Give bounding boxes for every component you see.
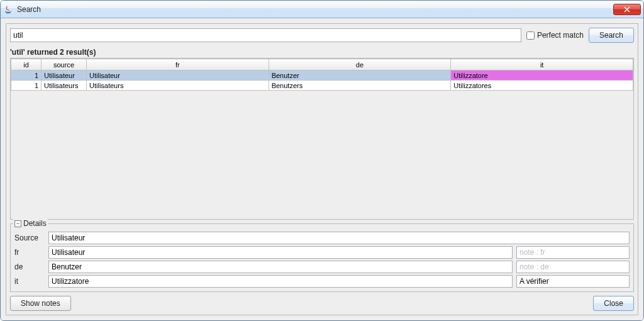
cell-it: Utilizzatore: [451, 70, 633, 81]
client-area: Perfect match Search 'util' returned 2 r…: [1, 18, 643, 320]
table-header-row: id source fr de it: [11, 59, 633, 70]
show-notes-button[interactable]: Show notes: [10, 296, 71, 311]
main-panel: Perfect match Search 'util' returned 2 r…: [6, 23, 638, 315]
perfect-match-checkbox[interactable]: Perfect match: [526, 31, 584, 40]
java-icon: [3, 4, 13, 14]
col-header-source[interactable]: source: [42, 59, 87, 70]
titlebar: Search: [1, 1, 643, 18]
col-header-de[interactable]: de: [269, 59, 451, 70]
cell-source: Utilisateurs: [42, 81, 87, 91]
window-title: Search: [17, 5, 41, 14]
details-title: Details: [23, 219, 47, 228]
details-grid: Source fr de it: [14, 232, 630, 288]
close-icon: [624, 6, 630, 13]
cell-id: 1: [11, 70, 42, 81]
details-header: − Details: [13, 219, 48, 228]
results-status: 'util' returned 2 result(s): [10, 48, 634, 57]
bottom-row: Show notes Close: [10, 296, 634, 311]
label-source: Source: [14, 234, 45, 242]
field-it[interactable]: [48, 275, 513, 288]
details-panel: − Details Source fr de it: [10, 223, 634, 292]
results-table-container: id source fr de it 1UtilisateurUtilisate…: [10, 58, 634, 220]
field-de[interactable]: [48, 261, 513, 273]
search-row: Perfect match Search: [10, 28, 634, 43]
close-button[interactable]: Close: [593, 296, 634, 311]
label-de: de: [14, 262, 45, 271]
cell-fr: Utilisateurs: [87, 81, 269, 91]
table-row[interactable]: 1UtilisateurUtilisateurBenutzerUtilizzat…: [11, 70, 633, 81]
results-table: id source fr de it 1UtilisateurUtilisate…: [11, 59, 633, 91]
cell-source: Utilisateur: [42, 70, 87, 81]
label-it: it: [14, 277, 45, 286]
search-button[interactable]: Search: [589, 28, 634, 43]
col-header-it[interactable]: it: [451, 59, 633, 70]
perfect-match-box[interactable]: [526, 31, 535, 40]
note-de[interactable]: [516, 261, 630, 273]
note-it[interactable]: [516, 275, 630, 288]
search-input[interactable]: [10, 28, 521, 42]
field-source[interactable]: [48, 232, 630, 244]
perfect-match-label: Perfect match: [537, 31, 584, 40]
field-fr[interactable]: [48, 246, 513, 259]
label-fr: fr: [14, 248, 45, 257]
cell-de: Benutzers: [269, 81, 451, 91]
cell-fr: Utilisateur: [87, 70, 269, 81]
window-close-button[interactable]: [613, 4, 641, 15]
note-fr[interactable]: [516, 246, 630, 259]
col-header-fr[interactable]: fr: [87, 59, 269, 70]
app-window: Search Perfect match Search 'util' retur…: [0, 0, 644, 321]
cell-it: Utilizzatores: [451, 81, 633, 91]
table-row[interactable]: 1UtilisateursUtilisateursBenutzersUtiliz…: [11, 81, 633, 91]
cell-de: Benutzer: [269, 70, 451, 81]
col-header-id[interactable]: id: [11, 59, 42, 70]
cell-id: 1: [11, 81, 42, 91]
details-collapse-toggle[interactable]: −: [14, 220, 21, 227]
